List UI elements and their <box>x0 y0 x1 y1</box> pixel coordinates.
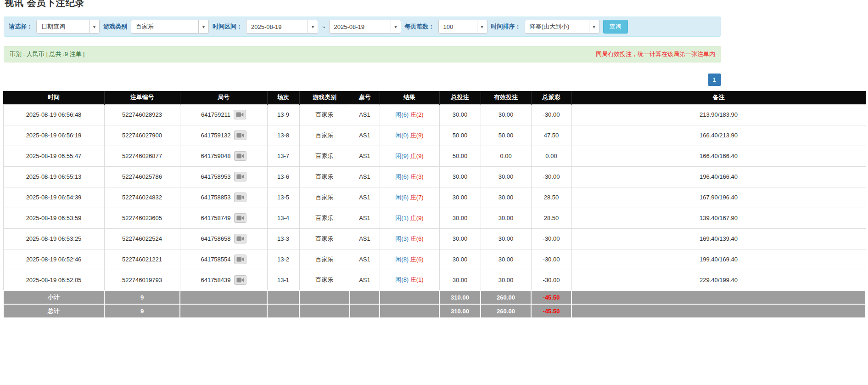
date-from-select[interactable]: 2025-08-19 ▾ <box>246 20 318 34</box>
time-cell: 2025-08-19 06:56:19 <box>3 125 104 146</box>
session-cell: 13-4 <box>267 208 299 228</box>
total-bet-cell[interactable]: 30.00 <box>439 249 481 270</box>
per-page-label: 每页笔数： <box>405 23 435 31</box>
column-header: 备注 <box>571 91 866 104</box>
column-header: 总投注 <box>439 91 481 104</box>
table-number-cell: AS1 <box>350 187 380 208</box>
note-cell: 196.40/166.40 <box>571 166 866 187</box>
payout-cell: 47.50 <box>531 125 571 146</box>
time-cell: 2025-08-19 06:55:13 <box>3 166 104 187</box>
video-replay-button[interactable] <box>234 151 246 161</box>
total-bet-cell[interactable]: 50.00 <box>439 146 481 166</box>
total-bet-cell[interactable]: 30.00 <box>439 166 481 187</box>
payout-cell: 0.00 <box>531 146 571 166</box>
payout-cell: -30.00 <box>531 249 571 270</box>
note-cell: 213.90/183.90 <box>571 104 866 125</box>
result-cell: 闲(6) 庄(3) <box>380 166 439 187</box>
table-number-cell: AS1 <box>350 166 380 187</box>
date-to-select[interactable]: 2025-08-19 ▾ <box>329 20 401 34</box>
result-cell: 闲(6) 庄(2) <box>380 104 439 125</box>
video-camera-icon <box>236 153 244 159</box>
chevron-down-icon: ▾ <box>589 20 599 33</box>
chevron-down-icon: ▾ <box>198 20 208 33</box>
game-type-cell: 百家乐 <box>299 187 350 208</box>
note-cell: 166.40/166.40 <box>571 146 866 166</box>
round-number: 641758953 <box>201 173 230 180</box>
total-bet-cell[interactable]: 30.00 <box>439 228 481 249</box>
video-replay-button[interactable] <box>234 172 246 181</box>
valid-bet-cell: 30.00 <box>481 166 531 187</box>
game-type-select[interactable]: 百家乐 ▾ <box>131 20 209 34</box>
total-bet-cell[interactable]: 30.00 <box>439 187 481 208</box>
result-cell: 闲(3) 庄(6) <box>380 228 439 249</box>
column-header: 局号 <box>180 91 267 104</box>
footer-count: 9 <box>104 304 180 318</box>
date-mode-select[interactable]: 日期查询 ▾ <box>36 20 100 34</box>
valid-bet-notice: 同局有效投注，统一计算在该局第一张注单内 <box>596 50 715 58</box>
round-cell: 641758953 <box>180 166 267 187</box>
banker-result: 庄(6) <box>410 256 424 263</box>
result-cell: 闲(9) 庄(9) <box>380 146 439 166</box>
time-cell: 2025-08-19 06:53:25 <box>3 228 104 249</box>
subtotal-row: 小计9310.00260.00-45.50 <box>3 290 866 304</box>
table-row: 2025-08-19 06:56:19522746027900641759132… <box>3 125 866 146</box>
result-cell: 闲(0) 庄(9) <box>380 125 439 146</box>
session-cell: 13-1 <box>267 270 299 290</box>
banker-result: 庄(7) <box>410 194 424 201</box>
footer-valid-bet: 260.00 <box>481 304 531 318</box>
video-replay-button[interactable] <box>234 234 246 243</box>
column-header: 游戏类别 <box>299 91 350 104</box>
footer-empty-cell <box>267 304 299 318</box>
valid-bet-cell: 30.00 <box>481 104 531 125</box>
session-cell: 13-9 <box>267 104 299 125</box>
video-replay-button[interactable] <box>234 192 246 202</box>
total-bet-cell[interactable]: 30.00 <box>439 208 481 228</box>
session-cell: 13-8 <box>267 125 299 146</box>
session-cell: 13-3 <box>267 228 299 249</box>
per-page-select[interactable]: 100 ▾ <box>438 20 487 34</box>
sort-order-select[interactable]: 降幂(由大到小) ▾ <box>525 20 599 34</box>
bet-id-cell: 522746024832 <box>104 187 180 208</box>
info-bar: 币别 : 人民币 | 总共 :9 注单 | 同局有效投注，统一计算在该局第一张注… <box>4 46 721 62</box>
valid-bet-cell: 30.00 <box>481 270 531 290</box>
game-type-cell: 百家乐 <box>299 104 350 125</box>
date-to-value: 2025-08-19 <box>330 23 391 30</box>
date-from-value: 2025-08-19 <box>246 23 308 30</box>
column-header: 场次 <box>267 91 299 104</box>
payout-cell: -30.00 <box>531 166 571 187</box>
player-result: 闲(8) <box>395 256 409 263</box>
table-foot: 小计9310.00260.00-45.50总计9310.00260.00-45.… <box>3 290 866 318</box>
total-bet-cell[interactable]: 30.00 <box>439 270 481 290</box>
video-replay-button[interactable] <box>234 275 246 285</box>
chevron-down-icon: ▾ <box>89 20 99 33</box>
page-1-button[interactable]: 1 <box>708 74 721 86</box>
table-row: 2025-08-19 06:53:25522746022524641758658… <box>3 228 866 249</box>
video-replay-button[interactable] <box>234 110 246 119</box>
column-header: 结果 <box>380 91 439 104</box>
footer-total-bet: 310.00 <box>439 290 481 304</box>
per-page-value: 100 <box>439 23 477 30</box>
total-row: 总计9310.00260.00-45.50 <box>3 304 866 318</box>
video-camera-icon <box>236 256 244 262</box>
bet-id-cell: 522746023605 <box>104 208 180 228</box>
video-replay-button[interactable] <box>234 255 246 264</box>
table-number-cell: AS1 <box>350 270 380 290</box>
select-label: 请选择： <box>9 23 33 31</box>
session-cell: 13-2 <box>267 249 299 270</box>
table-row: 2025-08-19 06:54:39522746024832641758853… <box>3 187 866 208</box>
session-cell: 13-7 <box>267 146 299 166</box>
chevron-down-icon: ▾ <box>308 20 318 33</box>
player-result: 闲(6) <box>395 111 409 118</box>
query-button[interactable]: 查询 <box>603 20 628 34</box>
round-number: 641758554 <box>201 256 230 263</box>
video-replay-button[interactable] <box>234 213 246 223</box>
date-range-label: 时间区间： <box>213 23 242 31</box>
video-camera-icon <box>236 277 244 283</box>
footer-payout: -45.50 <box>531 304 571 318</box>
total-bet-cell[interactable]: 30.00 <box>439 104 481 125</box>
footer-empty-cell <box>180 290 267 304</box>
total-bet-cell[interactable]: 50.00 <box>439 125 481 146</box>
valid-bet-cell: 30.00 <box>481 208 531 228</box>
table-row: 2025-08-19 06:55:47522746026877641759048… <box>3 146 866 166</box>
video-replay-button[interactable] <box>234 130 246 140</box>
